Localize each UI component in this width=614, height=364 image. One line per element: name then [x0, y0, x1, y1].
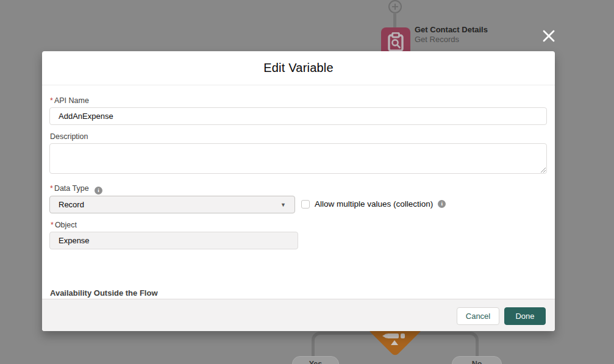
allow-multiple-checkbox[interactable]	[301, 200, 310, 209]
data-type-dropdown[interactable]: Record ▼	[49, 196, 295, 213]
info-icon[interactable]: i	[95, 187, 102, 194]
api-name-input[interactable]	[49, 107, 547, 125]
availability-heading: Availability Outside the Flow	[50, 288, 158, 298]
edit-variable-modal: Edit Variable *API Name Description	[42, 51, 555, 331]
allow-multiple-label: Allow multiple values (collection)	[315, 199, 433, 209]
api-name-label: *API Name	[50, 96, 89, 105]
data-type-value: Record	[59, 200, 280, 209]
data-type-label: *Data Type i	[50, 184, 102, 194]
close-icon	[541, 29, 556, 43]
node-title: Get Contact Details	[415, 25, 488, 35]
node-subtitle: Get Records	[415, 35, 488, 45]
object-label: *Object	[51, 221, 77, 229]
close-button[interactable]	[541, 29, 557, 45]
object-field[interactable]: Expense	[49, 232, 298, 249]
object-value: Expense	[59, 236, 90, 245]
done-button[interactable]: Done	[504, 307, 546, 325]
cancel-button[interactable]: Cancel	[457, 307, 499, 325]
required-asterisk: *	[51, 221, 54, 229]
chevron-down-icon: ▼	[280, 202, 286, 208]
connector-line	[393, 13, 396, 28]
modal-header: Edit Variable	[42, 51, 555, 85]
branch-label-yes: Yes	[292, 356, 339, 364]
description-label: Description	[50, 132, 88, 141]
required-asterisk: *	[50, 96, 53, 105]
description-textarea[interactable]	[49, 143, 547, 174]
flow-builder-screen: Get Contact Details Get Records Yes No E…	[0, 0, 614, 364]
modal-title: Edit Variable	[263, 61, 334, 75]
record-lookup-icon	[387, 32, 404, 52]
modal-body: *API Name Description *Data Type i Recor	[42, 86, 555, 299]
modal-footer: Cancel Done	[42, 299, 555, 331]
required-asterisk: *	[50, 184, 53, 193]
branch-label-no: No	[452, 356, 502, 364]
add-element-icon[interactable]	[388, 0, 402, 13]
info-icon[interactable]: i	[438, 200, 446, 208]
description-field-wrap	[49, 143, 547, 174]
allow-multiple-row: Allow multiple values (collection) i	[301, 199, 446, 209]
node-text: Get Contact Details Get Records	[415, 25, 488, 45]
